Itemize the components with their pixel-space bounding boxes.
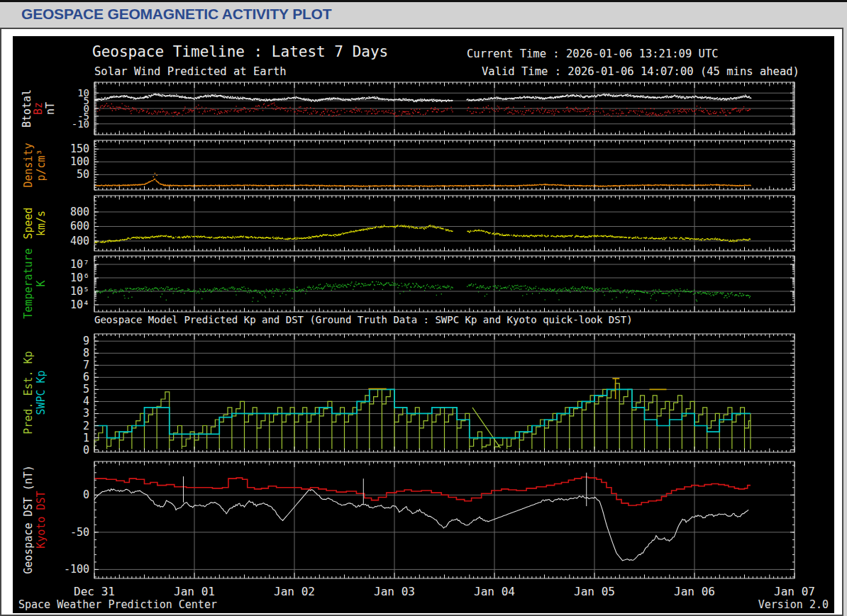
page-title-bar: GEOSPACE GEOMAGNETIC ACTIVITY PLOT bbox=[0, 2, 847, 26]
ylabel-speed-unit: km/s bbox=[35, 211, 48, 236]
footer-source: Space Weather Prediction Center bbox=[18, 598, 217, 611]
svg-text:Jan 03: Jan 03 bbox=[374, 585, 415, 598]
ylabel-temperature-unit: K bbox=[35, 280, 48, 286]
page-title: GEOSPACE GEOMAGNETIC ACTIVITY PLOT bbox=[21, 6, 331, 23]
svg-text:600: 600 bbox=[70, 220, 89, 233]
svg-text:Jan 05: Jan 05 bbox=[574, 585, 615, 598]
svg-text:2: 2 bbox=[83, 420, 89, 432]
ylabel-density-unit: p/cm³ bbox=[35, 149, 48, 181]
svg-text:Jan 04: Jan 04 bbox=[474, 585, 515, 598]
svg-text:7: 7 bbox=[83, 359, 89, 371]
ylabel-temperature: Temperature bbox=[22, 248, 35, 318]
svg-text:400: 400 bbox=[70, 235, 89, 247]
ylabel-bz: Bz bbox=[32, 102, 45, 115]
svg-text:Jan 02: Jan 02 bbox=[274, 585, 315, 598]
svg-text:800: 800 bbox=[70, 206, 89, 218]
svg-text:0: 0 bbox=[83, 444, 89, 457]
plot-title: Geospace Timeline : Latest 7 Days bbox=[92, 43, 388, 60]
page: { "header": {"title": "GEOSPACE GEOMAGNE… bbox=[0, 0, 847, 616]
subtitle-model: Geospace Model Predicted Kp and DST (Gro… bbox=[94, 314, 633, 325]
svg-text:-50: -50 bbox=[70, 526, 89, 539]
svg-text:10⁵: 10⁵ bbox=[70, 285, 89, 298]
svg-text:10⁶: 10⁶ bbox=[70, 271, 89, 284]
footer-version: Version 2.0 bbox=[758, 598, 829, 611]
svg-text:8: 8 bbox=[83, 347, 89, 359]
svg-text:6: 6 bbox=[83, 371, 89, 383]
subtitle-solar-wind: Solar Wind Predicted at Earth bbox=[94, 65, 287, 78]
svg-text:Jan 06: Jan 06 bbox=[674, 585, 715, 598]
ylabel-nt: nT bbox=[44, 102, 57, 115]
plot-frame: 1050-5-101501005080060040010⁷10⁶10⁵10⁴98… bbox=[0, 28, 843, 616]
plot-canvas: 1050-5-101501005080060040010⁷10⁶10⁵10⁴98… bbox=[13, 36, 834, 613]
ylabel-density: Density bbox=[22, 142, 35, 187]
svg-text:9: 9 bbox=[83, 335, 89, 347]
svg-text:4: 4 bbox=[83, 395, 89, 408]
svg-text:5: 5 bbox=[83, 383, 89, 396]
current-time-label: Current Time : 2026-01-06 13:21:09 UTC bbox=[467, 47, 719, 60]
ylabel-pred-kp: Pred. Est. Kp bbox=[22, 351, 35, 434]
svg-text:Dec 31: Dec 31 bbox=[74, 585, 115, 598]
ylabel-swpc-kp: SWPC Kp bbox=[35, 370, 48, 415]
svg-text:150: 150 bbox=[70, 142, 89, 155]
svg-text:10⁴: 10⁴ bbox=[70, 298, 89, 311]
svg-text:Jan 01: Jan 01 bbox=[174, 585, 215, 598]
ylabel-kyoto-dst: Kyoto DST bbox=[35, 491, 48, 548]
svg-text:Jan 07: Jan 07 bbox=[774, 585, 815, 598]
ylabel-speed: Speed bbox=[22, 207, 35, 239]
svg-text:0: 0 bbox=[83, 488, 89, 501]
svg-text:10⁷: 10⁷ bbox=[70, 258, 89, 271]
ylabel-geospace-dst: Geospace DST (nT) bbox=[22, 465, 35, 574]
svg-text:50: 50 bbox=[77, 168, 89, 181]
svg-text:-10: -10 bbox=[72, 118, 89, 130]
svg-text:3: 3 bbox=[83, 407, 89, 420]
valid-time-label: Valid Time : 2026-01-06 14:07:00 (45 min… bbox=[482, 65, 799, 78]
svg-text:-100: -100 bbox=[64, 563, 89, 576]
svg-text:1: 1 bbox=[83, 432, 89, 444]
svg-text:100: 100 bbox=[70, 155, 89, 168]
